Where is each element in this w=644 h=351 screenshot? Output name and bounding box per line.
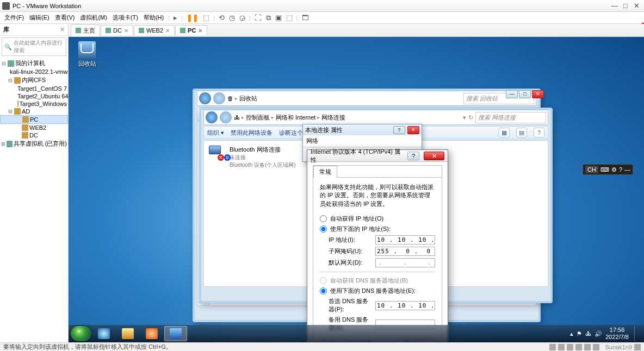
nav-back[interactable] — [199, 92, 211, 104]
subnet-mask-input[interactable] — [375, 247, 435, 256]
toolbar-console[interactable]: ▣ — [274, 14, 283, 22]
disconnected-badge: ✕ — [218, 154, 224, 161]
tray-volume-icon[interactable]: 🔊 — [595, 330, 602, 337]
menu-edit[interactable]: 编辑(E) — [27, 12, 52, 23]
tree-root[interactable]: ⊟我的计算机 — [0, 59, 68, 68]
menu-view[interactable]: 查看(V) — [53, 12, 77, 23]
help-button[interactable]: ? — [534, 128, 544, 137]
tree-item[interactable]: DC — [0, 131, 68, 139]
nav-forward[interactable] — [220, 111, 232, 123]
minimize-button[interactable]: — — [609, 2, 620, 10]
breadcrumb[interactable]: 🗑▸回收站 — [227, 95, 461, 103]
toolbar-unity[interactable]: ⧉ — [264, 14, 273, 22]
status-net-icon[interactable] — [567, 344, 573, 350]
status-hdd-icon[interactable] — [549, 344, 556, 350]
toolbar-snap-mgr[interactable]: ◷ — [227, 14, 237, 22]
library-close[interactable]: ✕ — [60, 26, 65, 33]
status-usb-icon[interactable] — [575, 344, 582, 350]
ime-icon[interactable]: ⌨ — [600, 166, 609, 173]
preview-button[interactable]: ▤ — [516, 128, 527, 137]
tree-item[interactable]: kali-linux-2022.1-vmw — [0, 68, 68, 76]
radio-auto-ip[interactable]: 自动获得 IP 地址(O) — [320, 214, 435, 224]
tree-item[interactable]: ⊟内网CFS — [0, 76, 68, 85]
folder-icon — [122, 328, 134, 339]
tab-home[interactable]: 主页 — [71, 24, 100, 36]
lan-tab-network[interactable]: 网络 — [303, 135, 422, 147]
menu-vm[interactable]: 虚拟机(M) — [78, 12, 109, 23]
maximize-button[interactable]: □ — [519, 90, 531, 98]
lang-options[interactable]: ⚙ — [611, 166, 617, 173]
tray-clock[interactable]: 17:56 2022/7/8 — [605, 327, 629, 341]
close-button[interactable]: ✕ — [631, 2, 642, 10]
radio-manual-dns[interactable]: 使用下面的 DNS 服务器地址(E): — [320, 286, 435, 296]
library-sidebar: 库 ✕ 🔍 在此处键入内容进行搜索 ⊟我的计算机 kali-linux-2022… — [0, 24, 69, 342]
recycle-bin-icon[interactable]: 回收站 — [74, 41, 100, 68]
tab-close[interactable]: ✕ — [124, 28, 128, 34]
library-search[interactable]: 🔍 在此处键入内容进行搜索 — [2, 37, 66, 56]
close-button[interactable]: ✕ — [407, 126, 419, 134]
vm-desktop[interactable]: 回收站 🗑▸回收站 搜索 回收站 组织 ▾ — [69, 37, 644, 342]
radio-manual-ip[interactable]: 使用下面的 IP 地址(S): — [320, 224, 435, 234]
taskbar-control-panel[interactable] — [164, 326, 187, 341]
toolbar-snapshot[interactable]: ⟲ — [217, 14, 226, 22]
show-desktop-button[interactable] — [634, 326, 640, 341]
organize-menu[interactable]: 组织 ▾ — [207, 129, 224, 137]
tree-item-selected[interactable]: PC — [0, 115, 68, 124]
lang-help[interactable]: ? — [619, 166, 622, 173]
view-button[interactable]: ▦ — [499, 128, 510, 137]
tray-flag-icon[interactable]: ⚑ — [577, 330, 582, 337]
toolbar-library[interactable]: 🗔 — [300, 14, 311, 22]
tray-up-icon[interactable]: ▴ — [570, 330, 573, 337]
tree-item[interactable]: Target1_CentOS 7 — [0, 85, 68, 92]
tree-item[interactable]: Target2_Ubuntu 64 — [0, 92, 68, 100]
ip-address-input[interactable] — [375, 235, 435, 245]
menu-tabs[interactable]: 选项卡(T) — [110, 12, 140, 23]
toolbar-stop[interactable]: ⬚ — [201, 14, 211, 22]
search-input[interactable]: 搜索 网络连接 — [475, 112, 546, 123]
vmware-icon — [2, 2, 10, 10]
taskbar-ie[interactable] — [92, 326, 115, 341]
lang-min[interactable]: — — [624, 166, 630, 173]
nav-back[interactable] — [206, 111, 218, 123]
status-cd-icon[interactable] — [558, 344, 565, 350]
toolbar-pause[interactable]: ❚❚ — [185, 14, 200, 22]
status-sound-icon[interactable] — [584, 344, 591, 350]
tab-dc[interactable]: DC✕ — [101, 25, 133, 35]
ipv4-properties-dialog[interactable]: Internet 协议版本 4 (TCP/IPv4) 属性 ? ✕ 常规 如果网… — [307, 149, 448, 342]
tab-close[interactable]: ✕ — [198, 28, 202, 34]
nav-forward[interactable] — [213, 92, 225, 104]
tab-pc[interactable]: PC✕ — [175, 25, 207, 35]
tree-item[interactable]: Target3_Windows — [0, 100, 68, 108]
start-button[interactable] — [71, 326, 91, 341]
close-button[interactable]: ✕ — [424, 152, 444, 160]
help-button[interactable]: ? — [407, 152, 419, 160]
breadcrumb[interactable]: 🖧▸ 控制面板▸ 网络和 Internet▸ 网络连接 — [234, 114, 461, 122]
minimize-button[interactable]: — — [506, 90, 518, 98]
menu-file[interactable]: 文件(F) — [2, 12, 26, 23]
help-button[interactable]: ? — [393, 126, 405, 134]
tree-item[interactable]: WEB2 — [0, 124, 68, 131]
taskbar-wmp[interactable] — [140, 326, 163, 341]
gateway-input[interactable] — [375, 258, 435, 267]
status-more-icon[interactable] — [634, 344, 641, 350]
toolbar-stretch[interactable]: ⬚ — [284, 14, 294, 22]
toolbar-power[interactable]: ▸ — [172, 14, 179, 22]
tab-close[interactable]: ✕ — [165, 28, 170, 34]
language-bar[interactable]: CH ⌨ ⚙ ? — — [583, 164, 633, 175]
status-printer-icon[interactable] — [593, 344, 599, 350]
disable-device[interactable]: 禁用此网络设备 — [231, 129, 273, 137]
wmp-icon — [146, 328, 158, 339]
toolbar-fullscreen[interactable]: ⛶ — [253, 14, 263, 22]
dns1-input[interactable] — [375, 301, 435, 310]
tree-item[interactable]: ⊟AD — [0, 108, 68, 115]
tab-general[interactable]: 常规 — [313, 166, 337, 178]
taskbar-explorer[interactable] — [116, 326, 139, 341]
bluetooth-connection[interactable]: ✕ B Bluetooth 网络连接 未连接 Bluetooth 设备(个人区域… — [207, 144, 316, 171]
tray-network-icon[interactable]: 🖧 — [585, 330, 591, 337]
menu-help[interactable]: 帮助(H) — [141, 12, 166, 23]
tree-shared[interactable]: ⊞共享虚拟机 (已弃用) — [0, 139, 68, 148]
maximize-button[interactable]: □ — [620, 2, 631, 10]
close-button[interactable]: ✕ — [532, 90, 544, 98]
toolbar-snap-rev[interactable]: ◶ — [238, 14, 247, 22]
tab-web2[interactable]: WEB2✕ — [134, 25, 175, 35]
